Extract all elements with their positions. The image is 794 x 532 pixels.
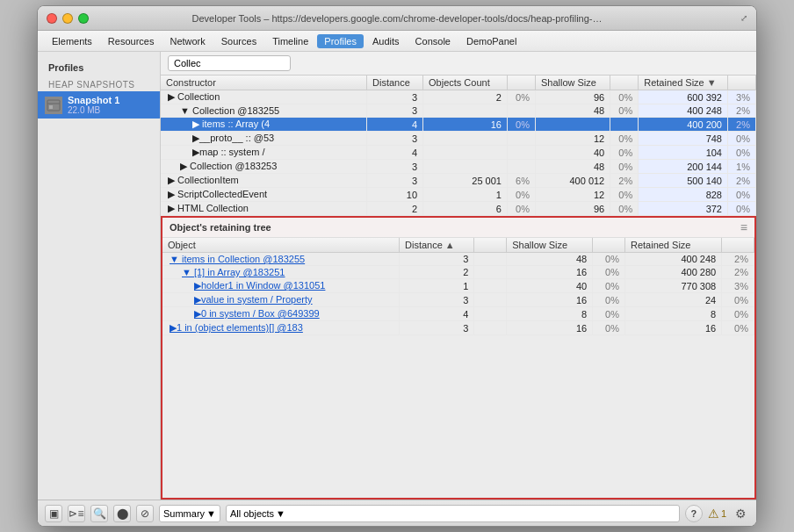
window-title: Developer Tools – https://developers.goo… xyxy=(192,13,603,24)
menu-elements[interactable]: Elements xyxy=(45,34,99,48)
table-row[interactable]: ▶ Collection @183253 3 48 0% 200 144 1% xyxy=(161,160,756,174)
compare-button[interactable]: ⊘ xyxy=(136,505,154,522)
search-button[interactable]: 🔍 xyxy=(90,505,108,522)
cell-constructor: ▶ ScriptCollectedEvent xyxy=(161,188,367,202)
rth-shallow[interactable]: Shallow Size xyxy=(507,238,593,253)
rth-retained-pct xyxy=(722,238,754,253)
expand-icon[interactable]: ⤢ xyxy=(740,13,747,23)
cell-shallow: 16 xyxy=(507,266,593,279)
cell-retained: 400 248 xyxy=(624,253,721,266)
cell-obj-count: 16 xyxy=(423,118,508,132)
summary-dropdown[interactable]: Summary ▼ xyxy=(159,505,220,522)
cell-retained-pct: 2% xyxy=(727,104,755,118)
close-button[interactable] xyxy=(47,13,57,24)
retaining-tree-menu[interactable]: ≡ xyxy=(740,220,747,234)
cell-obj-count xyxy=(423,160,508,174)
all-objects-dropdown[interactable]: All objects ▼ xyxy=(226,505,680,522)
retaining-tree-header: Object's retaining tree ≡ xyxy=(162,218,754,238)
cell-shallow-pct: 0% xyxy=(593,253,625,266)
upper-table: Constructor Distance Objects Count Shall… xyxy=(161,75,756,216)
cell-obj-pct: 0% xyxy=(507,90,535,104)
cell-distance: 4 xyxy=(367,118,423,132)
table-row[interactable]: ▶value in system / Property 3 16 0% 24 0… xyxy=(162,293,754,307)
cell-shallow-pct: 0% xyxy=(610,202,639,216)
cell-retained-pct: 2% xyxy=(727,118,755,132)
cell-shallow-pct: 0% xyxy=(610,146,639,160)
table-row[interactable]: ▶ Collection 3 2 0% 96 0% 600 392 3% xyxy=(161,90,756,104)
menu-profiles[interactable]: Profiles xyxy=(317,34,364,48)
cell-retained: 828 xyxy=(639,188,728,202)
cell-distance: 3 xyxy=(367,104,423,118)
cell-obj-count xyxy=(423,132,508,146)
menu-network[interactable]: Network xyxy=(162,34,212,48)
cell-obj-count: 25 001 xyxy=(423,174,508,188)
cell-shallow: 48 xyxy=(507,253,593,266)
table-row[interactable]: ▶ HTML Collection 2 6 0% 96 0% 372 0% xyxy=(161,202,756,216)
retaining-tree-title: Object's retaining tree xyxy=(170,222,271,233)
cell-retained-pct: 0% xyxy=(727,202,755,216)
table-row[interactable]: ▶map :: system / 4 40 0% 104 0% xyxy=(161,146,756,160)
sidebar-item-snapshot1[interactable]: Snapshot 1 22.0 MB xyxy=(38,91,160,119)
cell-obj-count: 1 xyxy=(423,188,508,202)
cell-retained-pct: 2% xyxy=(727,174,755,188)
cell-dist-pct xyxy=(474,307,507,321)
cell-obj-pct xyxy=(507,104,535,118)
cell-retained-pct: 2% xyxy=(722,266,754,279)
warning-count: 1 xyxy=(721,508,726,519)
settings-button[interactable]: ⚙ xyxy=(732,505,749,522)
table-row[interactable]: ▼ [1] in Array @183251 2 16 0% 400 280 2… xyxy=(162,266,754,279)
sidebar-title: Profiles xyxy=(38,59,160,76)
cell-dist-pct xyxy=(474,293,507,307)
record-button[interactable]: ▣ xyxy=(45,505,62,522)
rth-retained[interactable]: Retained Size xyxy=(624,238,721,253)
table-row[interactable]: ▼ Collection @183255 3 48 0% 400 248 2% xyxy=(161,104,756,118)
search-input[interactable] xyxy=(168,55,291,71)
table-row[interactable]: ▶ CollectionItem 3 25 001 6% 400 012 2% … xyxy=(161,174,756,188)
th-retained-pct xyxy=(727,75,755,90)
cell-retained: 200 144 xyxy=(639,160,728,174)
cell-shallow-pct: 0% xyxy=(593,321,625,335)
minimize-button[interactable] xyxy=(62,13,73,24)
cell-object: ▶value in system / Property xyxy=(162,293,400,307)
menu-resources[interactable]: Resources xyxy=(101,34,162,48)
window-controls xyxy=(47,13,89,24)
retaining-tree: Object's retaining tree ≡ Object Distanc… xyxy=(161,216,756,500)
table-row[interactable]: ▶ items :: Array (4 4 16 0% 400 200 2% xyxy=(161,118,756,132)
cell-shallow-pct: 0% xyxy=(593,307,625,321)
cell-object: ▼ [1] in Array @183251 xyxy=(162,266,400,279)
th-objects-count[interactable]: Objects Count xyxy=(423,75,508,90)
snapshot-icon xyxy=(45,97,62,114)
rth-object[interactable]: Object xyxy=(162,238,400,253)
th-distance[interactable]: Distance xyxy=(367,75,423,90)
cell-shallow: 12 xyxy=(535,188,610,202)
table-row[interactable]: ▶ ScriptCollectedEvent 10 1 0% 12 0% 828… xyxy=(161,188,756,202)
th-retained-size[interactable]: Retained Size xyxy=(639,75,728,90)
cell-constructor: ▼ Collection @183255 xyxy=(161,104,367,118)
cell-retained-pct: 0% xyxy=(727,146,755,160)
cell-retained-pct: 0% xyxy=(722,321,754,335)
snapshot-button[interactable]: ⬤ xyxy=(113,505,131,522)
table-row[interactable]: ▶holder1 in Window @131051 1 40 0% 770 3… xyxy=(162,279,754,293)
all-objects-label: All objects xyxy=(230,508,274,519)
title-bar: Developer Tools – https://developers.goo… xyxy=(38,6,756,31)
cell-retained: 500 140 xyxy=(639,174,728,188)
table-row[interactable]: ▶1 in (object elements)[] @183 3 16 0% 1… xyxy=(162,321,754,335)
menu-timeline[interactable]: Timeline xyxy=(265,34,315,48)
table-row[interactable]: ▶0 in system / Box @649399 4 8 0% 8 0% xyxy=(162,307,754,321)
cell-dist-pct xyxy=(474,266,507,279)
menu-console[interactable]: Console xyxy=(408,34,458,48)
menu-demopanel[interactable]: DemoPanel xyxy=(459,34,523,48)
table-row[interactable]: ▼ items in Collection @183255 3 48 0% 40… xyxy=(162,253,754,266)
maximize-button[interactable] xyxy=(78,13,89,24)
rth-distance[interactable]: Distance xyxy=(400,238,474,253)
help-button[interactable]: ? xyxy=(685,505,703,522)
cell-object: ▶holder1 in Window @131051 xyxy=(162,279,400,293)
menu-audits[interactable]: Audits xyxy=(365,34,407,48)
cell-retained: 372 xyxy=(639,202,728,216)
cell-shallow: 96 xyxy=(535,202,610,216)
th-shallow-size[interactable]: Shallow Size xyxy=(535,75,610,90)
th-constructor[interactable]: Constructor xyxy=(161,75,367,90)
menu-sources[interactable]: Sources xyxy=(214,34,263,48)
console-button[interactable]: ⊳≡ xyxy=(68,505,85,522)
table-row[interactable]: ▶__proto__ :: @53 3 12 0% 748 0% xyxy=(161,132,756,146)
